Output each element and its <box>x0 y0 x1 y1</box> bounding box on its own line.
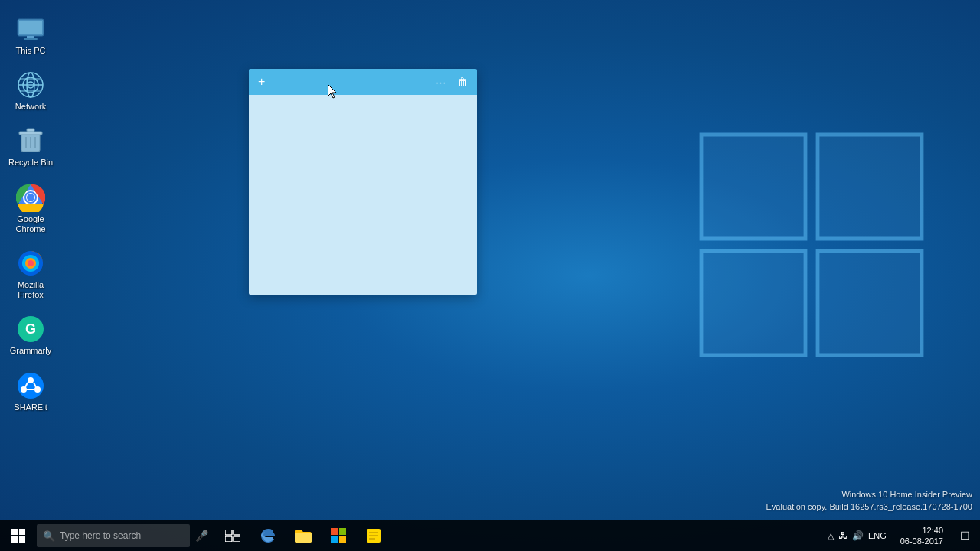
watermark-line1: Windows 10 Home Insider Preview <box>766 489 973 500</box>
svg-point-32 <box>18 373 44 399</box>
svg-rect-7 <box>24 38 38 40</box>
svg-rect-47 <box>331 528 338 535</box>
desktop-icon-firefox[interactable]: Mozilla Firefox <box>4 242 57 306</box>
svg-rect-1 <box>818 135 922 239</box>
network-label: Network <box>15 102 46 112</box>
recycle-bin-icon <box>15 126 46 156</box>
svg-rect-49 <box>331 536 338 543</box>
desktop-icon-chrome[interactable]: Google Chrome <box>4 176 57 240</box>
taskbar: 🔍 🎤 <box>0 520 980 551</box>
shareit-label: SHAREit <box>14 403 47 412</box>
mic-icon[interactable]: 🎤 <box>190 520 213 551</box>
taskbar-search-box[interactable]: 🔍 <box>37 524 190 547</box>
system-tray: △ 🖧 🔊 ENG <box>823 530 891 541</box>
recycle-bin-label: Recycle Bin <box>8 158 53 168</box>
svg-rect-48 <box>339 528 346 535</box>
show-hidden-icon[interactable]: △ <box>828 531 834 541</box>
language-label[interactable]: ENG <box>868 531 887 540</box>
svg-rect-5 <box>19 21 42 34</box>
svg-point-33 <box>28 377 34 383</box>
svg-rect-16 <box>19 132 42 135</box>
desktop-icon-this-pc[interactable]: This PC <box>4 8 57 62</box>
svg-rect-40 <box>19 529 25 535</box>
watermark-line2: Evaluation copy. Build 16257.rs3_release… <box>766 501 973 513</box>
chrome-icon <box>15 182 46 213</box>
desktop-icon-network[interactable]: Network <box>4 64 57 118</box>
svg-point-29 <box>28 260 34 266</box>
svg-rect-6 <box>27 36 34 38</box>
sticky-note-header: + ··· 🗑 <box>249 69 477 95</box>
svg-rect-46 <box>234 536 240 542</box>
svg-rect-42 <box>19 536 25 543</box>
svg-point-25 <box>27 194 34 201</box>
file-explorer-button[interactable] <box>286 520 320 551</box>
search-input[interactable] <box>60 530 175 541</box>
this-pc-icon <box>15 14 46 44</box>
clock-time: 12:40 <box>900 525 943 536</box>
desktop-icon-grammarly[interactable]: G Grammarly <box>4 308 57 362</box>
network-status-icon[interactable]: 🖧 <box>838 530 848 541</box>
svg-rect-17 <box>27 129 34 132</box>
desktop-icon-recycle-bin[interactable]: Recycle Bin <box>4 119 57 174</box>
search-icon: 🔍 <box>43 530 55 542</box>
edge-button[interactable] <box>251 520 285 551</box>
store-button[interactable] <box>322 520 355 551</box>
svg-rect-0 <box>701 135 805 239</box>
volume-icon[interactable]: 🔊 <box>852 530 864 541</box>
start-button[interactable] <box>0 520 37 551</box>
shareit-icon <box>15 370 46 401</box>
watermark: Windows 10 Home Insider Preview Evaluati… <box>766 489 973 513</box>
taskbar-clock[interactable]: 12:40 06-08-2017 <box>894 525 949 547</box>
firefox-label: Mozilla Firefox <box>7 280 54 300</box>
taskbar-apps <box>216 520 390 551</box>
firefox-icon <box>15 248 46 279</box>
grammarly-icon: G <box>15 314 46 344</box>
sticky-more-button[interactable]: ··· <box>433 75 449 90</box>
desktop-icons-container: This PC Network <box>0 0 61 428</box>
svg-rect-2 <box>701 251 805 355</box>
sticky-note-widget: + ··· 🗑 <box>249 69 477 295</box>
sticky-notes-button[interactable] <box>357 520 390 551</box>
svg-rect-39 <box>11 529 18 535</box>
desktop: This PC Network <box>0 0 980 551</box>
grammarly-label: Grammarly <box>10 346 51 356</box>
notification-button[interactable]: ☐ <box>952 520 977 551</box>
sticky-add-button[interactable]: + <box>255 73 268 90</box>
svg-text:G: G <box>25 321 36 337</box>
svg-rect-44 <box>234 530 240 535</box>
svg-rect-43 <box>225 530 232 535</box>
svg-rect-45 <box>225 536 232 542</box>
desktop-icon-shareit[interactable]: SHAREit <box>4 364 57 419</box>
network-icon <box>15 70 46 100</box>
clock-date: 06-08-2017 <box>900 536 943 546</box>
windows-logo <box>689 122 934 367</box>
svg-rect-41 <box>11 536 18 543</box>
svg-rect-50 <box>339 536 346 543</box>
sticky-note-body[interactable] <box>249 95 477 295</box>
chrome-label: Google Chrome <box>7 214 54 234</box>
this-pc-label: This PC <box>15 46 45 56</box>
task-view-button[interactable] <box>216 520 250 551</box>
sticky-delete-button[interactable]: 🗑 <box>454 74 471 90</box>
taskbar-right: △ 🖧 🔊 ENG 12:40 06-08-2017 ☐ <box>823 520 980 551</box>
svg-rect-3 <box>818 251 922 355</box>
